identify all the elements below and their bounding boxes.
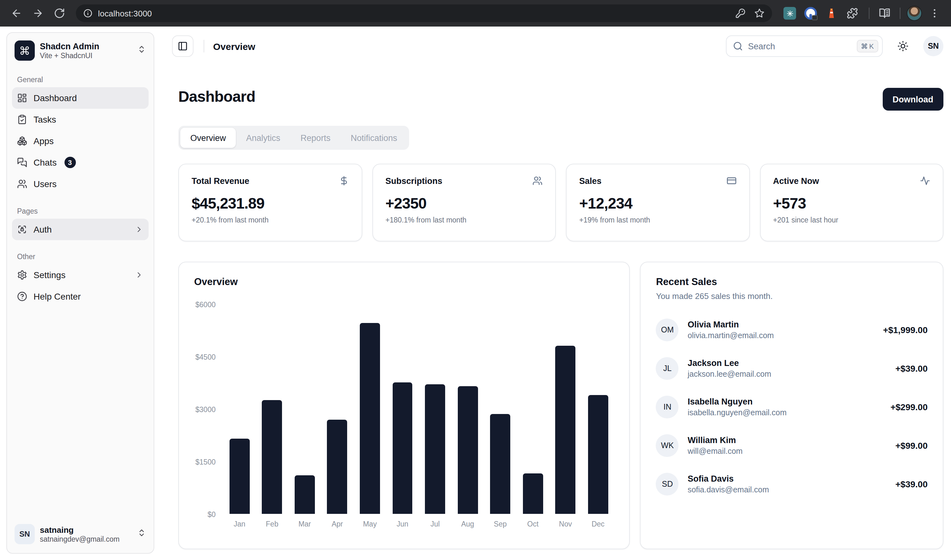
reading-list-icon[interactable] <box>876 5 894 22</box>
y-tick-label: $3000 <box>196 406 216 413</box>
theme-toggle-button[interactable] <box>894 37 912 55</box>
refresh-icon[interactable] <box>51 5 68 22</box>
stat-delta: +180.1% from last month <box>385 216 543 224</box>
forward-icon[interactable] <box>29 5 47 22</box>
stat-delta: +201 since last hour <box>773 216 930 224</box>
bar-rect <box>230 438 250 514</box>
tab-analytics[interactable]: Analytics <box>236 128 291 148</box>
y-tick-label: $1500 <box>196 458 216 466</box>
sidebar-item-label: Tasks <box>34 114 56 125</box>
bar-rect <box>490 414 510 514</box>
bar-rect <box>360 323 380 514</box>
x-tick-label: Jun <box>386 520 419 528</box>
url-bar[interactable]: localhost:3000 <box>76 5 772 22</box>
screen: localhost:3000 <box>0 0 951 560</box>
apps-icon <box>17 136 27 146</box>
bar-jul <box>419 384 452 514</box>
stat-value: $45,231.89 <box>191 195 349 212</box>
sale-name: Sofia Davis <box>687 474 886 483</box>
tab-notifications[interactable]: Notifications <box>341 128 407 148</box>
team-name: Shadcn Admin <box>40 42 132 51</box>
sale-avatar: WK <box>656 434 679 457</box>
nav-section-label: Other <box>17 253 143 260</box>
bar-may <box>353 323 386 514</box>
tasks-icon <box>17 114 27 125</box>
bar-feb <box>256 400 288 514</box>
search-input[interactable]: Search K <box>726 35 883 57</box>
extension-teal-icon[interactable] <box>783 7 796 20</box>
team-switcher[interactable]: Shadcn Admin Vite + ShadcnUI <box>12 38 149 63</box>
sale-amount: +$39.00 <box>896 479 928 489</box>
y-tick-label: $0 <box>207 511 216 518</box>
sidebar-item-dashboard[interactable]: Dashboard <box>12 87 149 109</box>
bar-apr <box>321 420 353 514</box>
sun-icon <box>897 40 909 52</box>
topbar: Overview Search K <box>172 35 943 57</box>
extension-lighthouse-icon[interactable] <box>825 7 838 20</box>
stat-card-header: Total Revenue <box>191 176 349 186</box>
bar-rect <box>262 400 282 514</box>
sidebar-item-auth[interactable]: Auth <box>12 219 149 240</box>
sidebar-item-chats[interactable]: Chats3 <box>12 152 149 173</box>
site-info-icon[interactable] <box>83 9 92 18</box>
bar-rect <box>327 420 347 514</box>
search-icon <box>733 41 743 51</box>
bookmark-star-icon[interactable] <box>754 8 764 18</box>
dashboard-tabs: OverviewAnalyticsReportsNotifications <box>178 126 409 150</box>
profile-avatar[interactable] <box>907 6 922 21</box>
bar-rect <box>555 346 576 514</box>
sale-name: Isabella Nguyen <box>687 397 882 406</box>
sale-email: jackson.lee@email.com <box>687 370 886 378</box>
sidebar-footer: SN satnaing satnaingdev@gmail.com <box>12 520 149 548</box>
sidebar-item-help-center[interactable]: Help Center <box>12 286 149 307</box>
bar-jan <box>223 438 256 514</box>
sidebar-item-tasks[interactable]: Tasks <box>12 109 149 130</box>
chevrons-up-down-icon <box>137 45 146 56</box>
user-menu[interactable]: SN satnaing satnaingdev@gmail.com <box>12 520 149 548</box>
toolbar-divider <box>900 8 900 19</box>
sale-avatar: OM <box>656 318 679 341</box>
sidebar-item-settings[interactable]: Settings <box>12 264 149 286</box>
profile-button[interactable]: SN <box>923 36 943 56</box>
extensions-strip <box>783 7 859 20</box>
sale-row: SDSofia Davissofia.davis@email.com+$39.0… <box>656 473 928 495</box>
sale-email: olivia.martin@email.com <box>687 331 874 340</box>
sale-email: isabella.nguyen@email.com <box>687 408 882 417</box>
x-tick-label: Sep <box>484 520 516 528</box>
chevron-right-icon <box>135 271 143 279</box>
sale-identity: Olivia Martinolivia.martin@email.com <box>687 320 874 340</box>
recent-sales-title: Recent Sales <box>656 276 928 288</box>
sidebar-toggle-button[interactable] <box>172 35 194 57</box>
download-button[interactable]: Download <box>882 88 943 111</box>
bar-oct <box>516 474 549 514</box>
extension-1password-icon[interactable] <box>804 7 817 20</box>
dollar-icon <box>339 176 349 186</box>
chart-bars <box>223 304 614 514</box>
sidebar: Shadcn Admin Vite + ShadcnUI GeneralDash… <box>6 32 154 554</box>
sidebar-item-label: Help Center <box>34 291 81 302</box>
chart-y-axis: $0$1500$3000$4500$6000 <box>194 304 223 514</box>
extensions-puzzle-icon[interactable] <box>846 7 859 20</box>
stat-card-header: Subscriptions <box>385 176 543 186</box>
sidebar-item-apps[interactable]: Apps <box>12 130 149 152</box>
browser-toolbar: localhost:3000 <box>0 0 951 26</box>
tab-overview[interactable]: Overview <box>180 128 236 148</box>
menu-kebab-icon[interactable] <box>926 5 943 22</box>
back-icon[interactable] <box>8 5 25 22</box>
sale-identity: Isabella Nguyenisabella.nguyen@email.com <box>687 397 882 417</box>
sale-avatar: IN <box>656 396 679 418</box>
subscribers-icon <box>532 176 543 186</box>
x-tick-label: Aug <box>452 520 484 528</box>
sidebar-item-users[interactable]: Users <box>12 173 149 195</box>
tab-reports[interactable]: Reports <box>291 128 341 148</box>
user-name: satnaing <box>40 525 132 535</box>
bar-rect <box>294 475 315 514</box>
x-tick-label: Nov <box>549 520 582 528</box>
sale-amount: +$299.00 <box>890 402 928 412</box>
stat-title: Active Now <box>773 176 819 186</box>
password-key-icon[interactable] <box>735 8 746 18</box>
chevron-right-icon <box>135 225 143 234</box>
stat-card-total-revenue: Total Revenue$45,231.89+20.1% from last … <box>178 164 362 242</box>
url-text[interactable]: localhost:3000 <box>98 9 152 18</box>
team-plan: Vite + ShadcnUI <box>40 52 132 59</box>
